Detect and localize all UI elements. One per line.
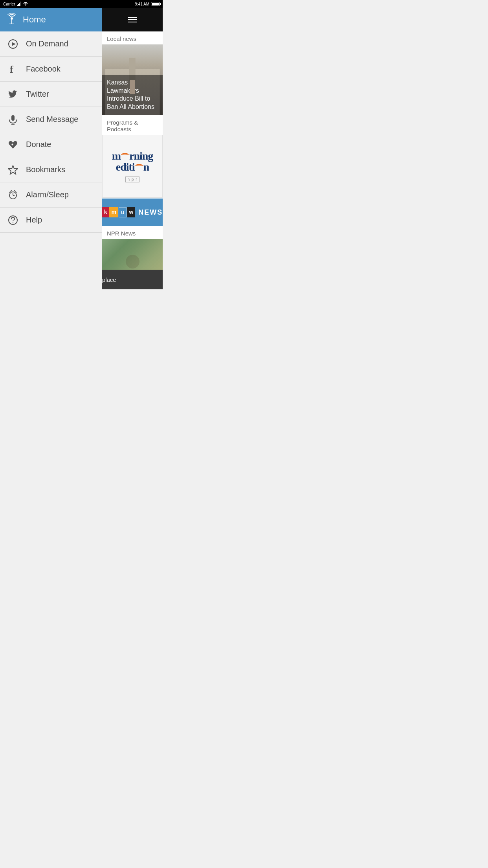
sidebar: Home On Demand f [0, 8, 102, 289]
player-title: Marketplace [102, 276, 116, 283]
kansas-news-overlay: Kansas Lawmakers Introduce Bill to Ban A… [102, 75, 163, 115]
svg-marker-15 [8, 166, 18, 174]
home-label: Home [23, 15, 46, 25]
main-scroll[interactable]: Local news Kansas Lawmakers Introduce Bi… [102, 31, 163, 289]
main-content: Local news Kansas Lawmakers Introduce Bi… [102, 8, 163, 289]
svg-line-22 [14, 190, 15, 191]
sidebar-item-help[interactable]: Help [0, 208, 102, 233]
on-demand-label: On Demand [26, 39, 68, 48]
svg-rect-1 [18, 4, 19, 6]
kansas-news-card[interactable]: Kansas Lawmakers Introduce Bill to Ban A… [102, 44, 163, 115]
help-label: Help [26, 215, 42, 224]
twitter-icon [7, 88, 19, 100]
bookmarks-label: Bookmarks [26, 165, 65, 174]
sidebar-menu: On Demand f Facebook Twitter [0, 31, 102, 289]
svg-rect-3 [20, 2, 21, 6]
status-bar: Carrier 9:41 AM [0, 0, 163, 8]
kmuw-k: k [102, 207, 109, 217]
play-circle-icon [7, 38, 19, 50]
kmuw-news-card[interactable]: k m u w NEWS [102, 199, 163, 226]
heart-plus-icon: + [7, 139, 19, 151]
bottom-player: Marketplace [102, 270, 163, 289]
status-bar-right: 9:41 AM [135, 2, 160, 6]
donate-label: Donate [26, 140, 51, 149]
status-bar-left: Carrier [3, 2, 28, 6]
kmuw-logo: k m u w NEWS [102, 207, 163, 217]
svg-point-24 [13, 221, 13, 222]
star-icon [7, 164, 19, 176]
radio-tower-icon [6, 13, 17, 26]
hamburger-button[interactable] [128, 17, 137, 22]
alarm-sleep-label: Alarm/Sleep [26, 190, 69, 199]
wifi-icon [23, 2, 28, 6]
kmuw-section: k m u w NEWS [102, 199, 163, 226]
svg-rect-2 [19, 3, 20, 6]
carrier-label: Carrier [3, 2, 15, 6]
sidebar-header: Home [0, 8, 102, 31]
help-circle-icon [7, 214, 19, 226]
send-message-label: Send Message [26, 115, 78, 124]
facebook-icon: f [7, 63, 19, 75]
morning-edition-logo: mrning editin n p r [108, 147, 157, 186]
kmuw-m: m [109, 207, 118, 217]
sidebar-item-bookmarks[interactable]: Bookmarks [0, 157, 102, 182]
time-label: 9:41 AM [135, 2, 149, 6]
svg-rect-0 [17, 5, 18, 6]
npr-label: n p r [125, 177, 139, 182]
programs-label: Programs & Podcasts [102, 115, 163, 135]
twitter-label: Twitter [26, 90, 49, 99]
kmuw-u: u [119, 207, 127, 217]
microphone-icon [7, 114, 19, 125]
app-container: Home On Demand f [0, 8, 163, 289]
alarm-icon [7, 189, 19, 201]
svg-marker-9 [12, 42, 16, 46]
local-news-label: Local news [102, 31, 163, 44]
sidebar-item-alarm-sleep[interactable]: Alarm/Sleep [0, 182, 102, 208]
morning-edition-card[interactable]: mrning editin n p r [102, 135, 163, 198]
facebook-label: Facebook [26, 64, 61, 74]
svg-point-4 [25, 5, 26, 6]
svg-rect-11 [11, 115, 15, 121]
npr-news-label: NPR News [102, 226, 163, 239]
battery-icon [151, 2, 160, 6]
programs-section: Programs & Podcasts mrning editin n p r [102, 115, 163, 198]
main-header [102, 8, 163, 31]
svg-text:f: f [10, 64, 13, 74]
kansas-news-title: Kansas Lawmakers Introduce Bill to Ban A… [107, 79, 158, 111]
svg-line-21 [11, 190, 12, 191]
sidebar-item-on-demand[interactable]: On Demand [0, 31, 102, 57]
sidebar-item-donate[interactable]: + Donate [0, 132, 102, 157]
kmuw-news-text: NEWS [138, 208, 163, 217]
kmuw-w: w [127, 207, 135, 217]
signal-icon [17, 2, 22, 6]
local-news-section: Local news Kansas Lawmakers Introduce Bi… [102, 31, 163, 115]
antenna-icon [6, 13, 17, 24]
svg-text:+: + [11, 143, 13, 147]
sidebar-item-facebook[interactable]: f Facebook [0, 57, 102, 82]
sidebar-item-send-message[interactable]: Send Message [0, 107, 102, 132]
sidebar-item-twitter[interactable]: Twitter [0, 82, 102, 107]
